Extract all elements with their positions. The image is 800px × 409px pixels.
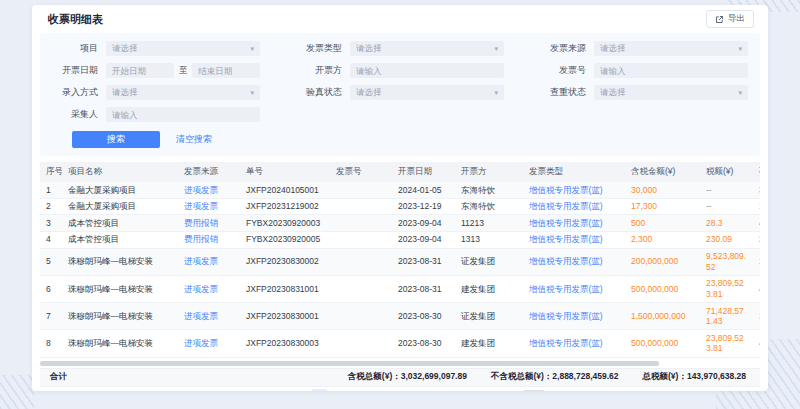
cell-issuer: 证发集团 (455, 248, 523, 275)
verify-status-field: 验真状态 请选择 ▾ (290, 85, 504, 100)
filter-actions: 搜索 清空搜索 (46, 131, 748, 148)
cell-invoice-no (330, 182, 392, 198)
recheck-status-select[interactable]: 请选择 ▾ (594, 85, 748, 100)
project-select[interactable]: 请选择 ▾ (106, 41, 260, 56)
search-button[interactable]: 搜索 (72, 131, 160, 148)
page-button-last[interactable]: 8 (452, 389, 467, 391)
cell-tax: -- (700, 182, 753, 198)
jumper-suffix: 页 (549, 391, 558, 392)
cell-amount: 30,000 (625, 182, 700, 198)
collector-input[interactable] (106, 107, 260, 122)
cell-source-link[interactable]: 费用报销 (178, 215, 240, 232)
cell-project: 金融大厦采购项目 (62, 182, 178, 198)
summary-gross: 含税总额(¥)： 3,032,699,097.89 (348, 371, 467, 383)
cell-tax: -- (700, 198, 753, 215)
col-header-type: 发票类型 (523, 162, 625, 182)
cell-amount: 200,000,000 (625, 248, 700, 275)
date-end-input[interactable] (192, 63, 260, 78)
project-label: 项目 (46, 42, 98, 55)
cell-invoice-no (330, 330, 392, 357)
cell-amount: 17,300 (625, 198, 700, 215)
cell-source-link[interactable]: 进项发票 (178, 275, 240, 302)
issuer-field: 开票方 (290, 63, 504, 78)
cell-date: 2023-08-30 (392, 330, 455, 357)
verify-status-select[interactable]: 请选择 ▾ (350, 85, 504, 100)
invoice-date-label: 开票日期 (46, 64, 98, 77)
summary-bar: 合计 含税总额(¥)： 3,032,699,097.89 不含税总额(¥)： 2… (40, 368, 760, 387)
cell-date: 2023-08-31 (392, 248, 455, 275)
cell-invoice-no (330, 275, 392, 302)
cell-no: 8 (40, 330, 62, 357)
invoice-type-select-placeholder: 请选择 (356, 43, 494, 55)
page-button-1[interactable]: 1 (312, 389, 327, 391)
background-stripes-bottom-left (0, 375, 34, 409)
verify-status-label: 验真状态 (290, 86, 342, 99)
table-row: 5 珠穆朗玛峰—电梯安装 进项发票 JXFP20230830002 2023-0… (40, 248, 760, 275)
cell-amount: 2,300 (625, 231, 700, 248)
clear-search-button[interactable]: 清空搜索 (176, 133, 212, 146)
entry-method-select-placeholder: 请选择 (112, 87, 250, 99)
invoice-type-label: 发票类型 (290, 42, 342, 55)
cell-tax: 71,428,571.43 (700, 303, 753, 330)
export-button[interactable]: 导出 (706, 10, 754, 28)
chevron-down-icon: ▾ (738, 45, 742, 52)
cell-net: 476,190,476.19 (753, 330, 760, 357)
date-start-input[interactable] (106, 63, 174, 78)
table-header-row: 序号 项目名称 发票来源 单号 发票号 开票日期 开票方 发票类型 含税金额(¥… (40, 162, 760, 182)
cell-project: 成本管控项目 (62, 231, 178, 248)
cell-source-link[interactable]: 进项发票 (178, 330, 240, 357)
invoice-date-field: 开票日期 至 (46, 63, 260, 78)
cell-amount: 500 (625, 215, 700, 232)
table-row: 7 珠穆朗玛峰—电梯安装 进项发票 JXFP20230830001 2023-0… (40, 303, 760, 330)
page-button-6[interactable]: 6 (412, 389, 427, 391)
chevron-down-icon: ▾ (250, 45, 254, 52)
page-button-5[interactable]: 5 (392, 389, 407, 391)
col-header-invoice-no: 发票号 (330, 162, 392, 182)
cell-date: 2023-08-30 (392, 303, 455, 330)
cell-net: 476,190,476.19 (753, 275, 760, 302)
page-button-3[interactable]: 3 (352, 389, 367, 391)
cell-date: 2024-01-05 (392, 182, 455, 198)
summary-net-label: 不含税总额(¥)： (491, 371, 552, 383)
project-field: 项目 请选择 ▾ (46, 41, 260, 56)
cell-source-link[interactable]: 进项发票 (178, 248, 240, 275)
cell-date: 2023-09-04 (392, 215, 455, 232)
cell-no: 7 (40, 303, 62, 330)
cell-type: 增值税专用发票(蓝) (523, 215, 625, 232)
cell-source-link[interactable]: 进项发票 (178, 303, 240, 330)
cell-invoice-no (330, 198, 392, 215)
prev-page-button[interactable]: ‹ (292, 389, 307, 391)
cell-type: 增值税专用发票(蓝) (523, 248, 625, 275)
cell-tax: 9,523,809.52 (700, 248, 753, 275)
cell-order-no: FYBX20230920003 (240, 215, 330, 232)
page-button-4[interactable]: 4 (372, 389, 387, 391)
cell-source-link[interactable]: 进项发票 (178, 198, 240, 215)
cell-no: 4 (40, 231, 62, 248)
invoice-type-select[interactable]: 请选择 ▾ (350, 41, 504, 56)
cell-source-link[interactable]: 进项发票 (178, 182, 240, 198)
issuer-input[interactable] (350, 63, 504, 78)
page-jump-input[interactable] (523, 390, 545, 392)
cell-issuer: 东海特饮 (455, 182, 523, 198)
entry-method-select[interactable]: 请选择 ▾ (106, 85, 260, 100)
invoice-no-input[interactable] (594, 63, 748, 78)
invoice-source-select[interactable]: 请选择 ▾ (594, 41, 748, 56)
table-row: 2 金融大厦采购项目 进项发票 JXFP20231219002 2023-12-… (40, 198, 760, 215)
cell-source-link[interactable]: 费用报销 (178, 231, 240, 248)
page-button-2[interactable]: 2 (332, 389, 347, 391)
horizontal-scrollbar-thumb[interactable] (40, 361, 659, 366)
cell-project: 成本管控项目 (62, 215, 178, 232)
cell-type: 增值税专用发票(蓝) (523, 231, 625, 248)
cell-issuer: 建发集团 (455, 330, 523, 357)
col-header-no: 序号 (40, 162, 62, 182)
col-header-net: 不含税金额(¥) (753, 162, 760, 182)
cell-tax: 23,809,523.81 (700, 275, 753, 302)
cell-order-no: JXFP20240105001 (240, 182, 330, 198)
chevron-down-icon: ▾ (250, 89, 254, 96)
entry-method-field: 录入方式 请选择 ▾ (46, 85, 260, 100)
cell-no: 2 (40, 198, 62, 215)
recheck-status-field: 查重状态 请选择 ▾ (534, 85, 748, 100)
cell-no: 3 (40, 215, 62, 232)
next-page-button[interactable]: › (472, 389, 487, 391)
cell-project: 珠穆朗玛峰—电梯安装 (62, 275, 178, 302)
